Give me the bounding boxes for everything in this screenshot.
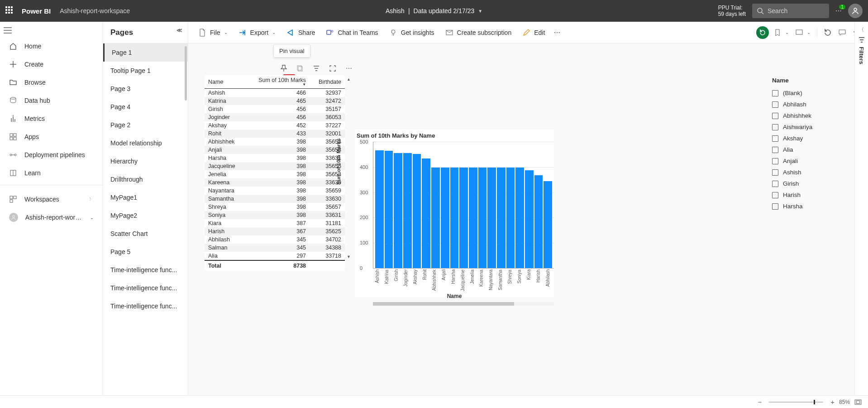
checkbox[interactable]	[772, 124, 778, 130]
bookmark-button[interactable]: ⌄	[772, 25, 791, 40]
pin-visual-button[interactable]	[279, 63, 289, 73]
bar[interactable]	[497, 168, 506, 268]
subscribe-button[interactable]: Create subscription	[441, 25, 516, 40]
slicer-item[interactable]: Abhishhek	[772, 110, 855, 121]
filters-pane-collapsed[interactable]: 〈 Filters	[854, 22, 868, 395]
page-tab[interactable]: Scatter Chart	[103, 225, 188, 243]
table-row[interactable]: Alia29733718	[205, 252, 345, 260]
table-row[interactable]: Joginder45636053	[205, 113, 345, 121]
view-button[interactable]: ⌄	[793, 25, 812, 40]
nav-deployment-pipelines[interactable]: Deployment pipelines	[0, 146, 103, 164]
app-launcher[interactable]	[5, 6, 14, 15]
page-tab[interactable]: Page 3	[103, 80, 188, 98]
nav-learn[interactable]: Learn	[0, 164, 103, 182]
pages-scrollbar[interactable]	[185, 46, 187, 101]
table-row[interactable]: Kiara38731181	[205, 219, 345, 227]
checkbox[interactable]	[772, 101, 778, 108]
bar-chart-visual[interactable]: Sum of 10th Marks by Name Sum of 10th Ma…	[355, 130, 554, 297]
bar[interactable]	[478, 168, 487, 268]
page-tab[interactable]: Time-intelligence func...	[103, 297, 188, 315]
page-tab[interactable]: Page 4	[103, 98, 188, 116]
table-row[interactable]: Harsha39833631	[205, 154, 345, 162]
page-tab[interactable]: Model relationship	[103, 134, 188, 152]
bar[interactable]	[403, 153, 412, 268]
page-tab[interactable]: Page 5	[103, 243, 188, 261]
slicer-item[interactable]: Akshay	[772, 133, 855, 144]
table-row[interactable]: Kareena39833630	[205, 178, 345, 187]
bar[interactable]	[441, 168, 449, 268]
chevron-down-icon[interactable]: ▼	[478, 9, 482, 14]
bar[interactable]	[413, 154, 421, 268]
page-tab[interactable]: Page 2	[103, 116, 188, 134]
data-updated[interactable]: Data updated 2/17/23	[414, 7, 475, 14]
file-button[interactable]: File ⌄	[194, 25, 232, 40]
checkbox[interactable]	[772, 203, 778, 210]
copy-visual-button[interactable]	[295, 63, 305, 73]
edit-button[interactable]: Edit	[518, 25, 549, 40]
comment-button[interactable]	[836, 25, 848, 40]
report-name[interactable]: Ashish	[386, 7, 405, 14]
table-row[interactable]: Samantha39833630	[205, 195, 345, 203]
workspace-breadcrumb[interactable]: Ashish-report-workspace	[60, 7, 130, 14]
more-toolbar[interactable]: ⋯	[551, 25, 563, 40]
table-row[interactable]: Akshay45237227	[205, 121, 345, 130]
zoom-in[interactable]: +	[830, 398, 835, 406]
slicer-item[interactable]: Alia	[772, 144, 855, 155]
reset-button[interactable]	[756, 26, 769, 39]
slicer-item[interactable]: Harsha	[772, 201, 855, 212]
page-tab[interactable]: Page 1	[103, 43, 188, 62]
nav-create[interactable]: Create	[0, 55, 103, 73]
table-row[interactable]: Abhishhek39835654	[205, 138, 345, 146]
slicer-item[interactable]: Harish	[772, 189, 855, 201]
insights-button[interactable]: Get insights	[385, 25, 439, 40]
table-row[interactable]: Anjali39835658	[205, 146, 345, 154]
trial-info[interactable]: PPU Trial: 59 days left	[718, 5, 746, 17]
slicer-item[interactable]: (Blank)	[772, 87, 855, 99]
bar[interactable]	[525, 170, 534, 268]
table-header[interactable]: Sum of 10th Marks▼	[245, 75, 310, 89]
nav-workspaces[interactable]: Workspaces 〉	[0, 190, 103, 208]
nav-browse[interactable]: Browse	[0, 73, 103, 91]
zoom-slider[interactable]	[769, 402, 823, 403]
bar[interactable]	[422, 158, 430, 268]
checkbox[interactable]	[772, 181, 778, 187]
user-avatar[interactable]	[848, 4, 863, 18]
collapse-pages-icon[interactable]: ≪	[176, 27, 182, 34]
nav-home[interactable]: Home	[0, 37, 103, 55]
zoom-out[interactable]: −	[758, 398, 762, 406]
export-button[interactable]: Export ⌄	[234, 25, 280, 40]
bar[interactable]	[487, 168, 496, 268]
page-tab[interactable]: Time-intelligence func...	[103, 261, 188, 279]
slicer-item[interactable]: Aishwariya	[772, 121, 855, 133]
search-input[interactable]: Search	[752, 4, 829, 18]
bar[interactable]	[459, 168, 468, 268]
focus-visual-button[interactable]	[328, 63, 338, 73]
share-button[interactable]: Share	[282, 25, 320, 40]
chat-teams-button[interactable]: Chat in Teams	[321, 25, 382, 40]
bar[interactable]	[534, 175, 543, 268]
checkbox[interactable]	[772, 147, 778, 153]
table-row[interactable]: Abhilash34534702	[205, 235, 345, 244]
table-row[interactable]: Katrina46532472	[205, 97, 345, 105]
page-tab[interactable]: Hierarchy	[103, 152, 188, 170]
checkbox[interactable]	[772, 158, 778, 164]
nav-apps[interactable]: Apps	[0, 128, 103, 146]
bar[interactable]	[469, 168, 477, 268]
slicer-item[interactable]: Abhilash	[772, 99, 855, 110]
table-header[interactable]: Name	[205, 75, 245, 89]
more-visual-button[interactable]: ⋯	[344, 63, 354, 73]
fit-page-icon[interactable]	[854, 399, 862, 405]
more-actions[interactable]: ⋯1	[835, 7, 842, 14]
table-row[interactable]: Jenelia39835653	[205, 170, 345, 178]
bar[interactable]	[375, 150, 384, 268]
checkbox[interactable]	[772, 192, 778, 198]
table-row[interactable]: Soniya39833631	[205, 211, 345, 219]
page-tab[interactable]: Tooltip Page 1	[103, 62, 188, 80]
page-tab[interactable]: Drillthrough	[103, 170, 188, 188]
page-tab[interactable]: MyPage1	[103, 188, 188, 206]
slicer-item[interactable]: Girish	[772, 178, 855, 189]
table-row[interactable]: Jacqueline39835656	[205, 162, 345, 170]
table-row[interactable]: Harish36735625	[205, 227, 345, 235]
page-tab[interactable]: MyPage2	[103, 206, 188, 225]
bar[interactable]	[544, 181, 552, 269]
